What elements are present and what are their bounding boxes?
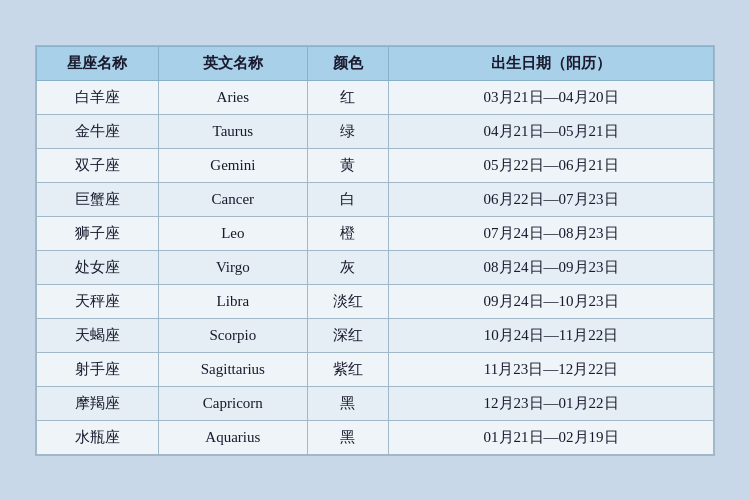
cell-color: 紫红 bbox=[307, 352, 388, 386]
table-header-row: 星座名称 英文名称 颜色 出生日期（阳历） bbox=[37, 46, 714, 80]
cell-english: Capricorn bbox=[158, 386, 307, 420]
cell-english: Virgo bbox=[158, 250, 307, 284]
cell-color: 深红 bbox=[307, 318, 388, 352]
cell-date: 05月22日—06月21日 bbox=[389, 148, 714, 182]
cell-color: 黄 bbox=[307, 148, 388, 182]
cell-date: 03月21日—04月20日 bbox=[389, 80, 714, 114]
cell-chinese: 水瓶座 bbox=[37, 420, 159, 454]
cell-english: Libra bbox=[158, 284, 307, 318]
cell-chinese: 巨蟹座 bbox=[37, 182, 159, 216]
cell-date: 06月22日—07月23日 bbox=[389, 182, 714, 216]
cell-color: 橙 bbox=[307, 216, 388, 250]
cell-date: 12月23日—01月22日 bbox=[389, 386, 714, 420]
cell-english: Taurus bbox=[158, 114, 307, 148]
cell-chinese: 天蝎座 bbox=[37, 318, 159, 352]
zodiac-table: 星座名称 英文名称 颜色 出生日期（阳历） 白羊座Aries红03月21日—04… bbox=[36, 46, 714, 455]
table-row: 处女座Virgo灰08月24日—09月23日 bbox=[37, 250, 714, 284]
table-row: 摩羯座Capricorn黑12月23日—01月22日 bbox=[37, 386, 714, 420]
table-row: 白羊座Aries红03月21日—04月20日 bbox=[37, 80, 714, 114]
cell-chinese: 双子座 bbox=[37, 148, 159, 182]
cell-chinese: 射手座 bbox=[37, 352, 159, 386]
cell-color: 黑 bbox=[307, 420, 388, 454]
cell-date: 01月21日—02月19日 bbox=[389, 420, 714, 454]
table-body: 白羊座Aries红03月21日—04月20日金牛座Taurus绿04月21日—0… bbox=[37, 80, 714, 454]
cell-chinese: 狮子座 bbox=[37, 216, 159, 250]
cell-chinese: 摩羯座 bbox=[37, 386, 159, 420]
table-row: 双子座Gemini黄05月22日—06月21日 bbox=[37, 148, 714, 182]
cell-color: 灰 bbox=[307, 250, 388, 284]
cell-chinese: 天秤座 bbox=[37, 284, 159, 318]
cell-date: 08月24日—09月23日 bbox=[389, 250, 714, 284]
cell-english: Sagittarius bbox=[158, 352, 307, 386]
table-row: 天秤座Libra淡红09月24日—10月23日 bbox=[37, 284, 714, 318]
cell-color: 淡红 bbox=[307, 284, 388, 318]
table-row: 狮子座Leo橙07月24日—08月23日 bbox=[37, 216, 714, 250]
cell-english: Leo bbox=[158, 216, 307, 250]
cell-english: Cancer bbox=[158, 182, 307, 216]
cell-chinese: 白羊座 bbox=[37, 80, 159, 114]
table-row: 水瓶座Aquarius黑01月21日—02月19日 bbox=[37, 420, 714, 454]
zodiac-table-container: 星座名称 英文名称 颜色 出生日期（阳历） 白羊座Aries红03月21日—04… bbox=[35, 45, 715, 456]
cell-english: Gemini bbox=[158, 148, 307, 182]
table-row: 射手座Sagittarius紫红11月23日—12月22日 bbox=[37, 352, 714, 386]
cell-english: Aries bbox=[158, 80, 307, 114]
cell-english: Scorpio bbox=[158, 318, 307, 352]
table-row: 巨蟹座Cancer白06月22日—07月23日 bbox=[37, 182, 714, 216]
cell-english: Aquarius bbox=[158, 420, 307, 454]
cell-color: 白 bbox=[307, 182, 388, 216]
cell-chinese: 处女座 bbox=[37, 250, 159, 284]
header-chinese: 星座名称 bbox=[37, 46, 159, 80]
header-date: 出生日期（阳历） bbox=[389, 46, 714, 80]
cell-color: 绿 bbox=[307, 114, 388, 148]
table-row: 金牛座Taurus绿04月21日—05月21日 bbox=[37, 114, 714, 148]
header-color: 颜色 bbox=[307, 46, 388, 80]
cell-color: 红 bbox=[307, 80, 388, 114]
cell-date: 10月24日—11月22日 bbox=[389, 318, 714, 352]
cell-chinese: 金牛座 bbox=[37, 114, 159, 148]
header-english: 英文名称 bbox=[158, 46, 307, 80]
cell-date: 11月23日—12月22日 bbox=[389, 352, 714, 386]
cell-date: 07月24日—08月23日 bbox=[389, 216, 714, 250]
cell-date: 04月21日—05月21日 bbox=[389, 114, 714, 148]
cell-color: 黑 bbox=[307, 386, 388, 420]
cell-date: 09月24日—10月23日 bbox=[389, 284, 714, 318]
table-row: 天蝎座Scorpio深红10月24日—11月22日 bbox=[37, 318, 714, 352]
